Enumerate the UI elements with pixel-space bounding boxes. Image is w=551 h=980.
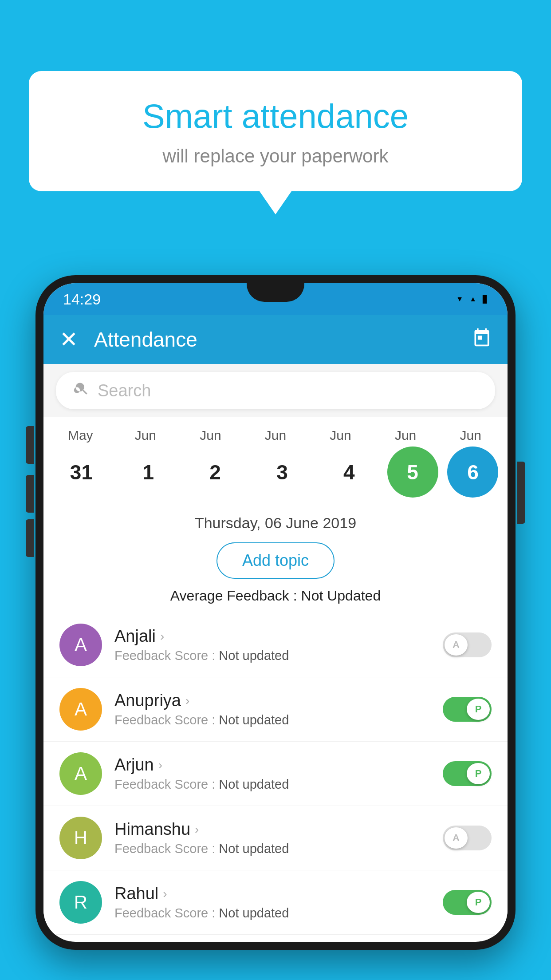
cal-month-1: Jun <box>117 428 174 443</box>
student-avatar: A <box>59 752 102 795</box>
attendance-toggle-wrap: A <box>443 826 492 850</box>
toggle-knob: A <box>445 827 468 849</box>
cal-day-4[interactable]: 4 <box>320 447 378 498</box>
feedback-value: Not updated <box>219 777 289 791</box>
feedback-value: Not updated <box>219 906 289 920</box>
avg-feedback-prefix: Average Feedback : <box>170 588 301 604</box>
student-avatar: A <box>59 688 102 731</box>
chevron-icon: › <box>163 887 167 901</box>
student-info: Anupriya ›Feedback Score : Not updated <box>114 691 430 727</box>
cal-month-5: Jun <box>377 428 434 443</box>
student-row: AAnjali ›Feedback Score : Not updatedA <box>43 613 508 677</box>
bubble-subtitle: will replace your paperwork <box>51 146 500 167</box>
cal-month-2: Jun <box>181 428 239 443</box>
calendar-months-row: May Jun Jun Jun Jun Jun Jun <box>43 428 508 443</box>
student-feedback: Feedback Score : Not updated <box>114 648 430 663</box>
cal-month-3: Jun <box>247 428 304 443</box>
phone-outer: 14:29 ▼ ▲ ▊ ✕ Attendance <box>35 275 516 950</box>
app-toolbar: ✕ Attendance <box>43 315 508 364</box>
student-info: Himanshu ›Feedback Score : Not updated <box>114 820 430 856</box>
chevron-icon: › <box>195 822 199 837</box>
attendance-toggle[interactable]: A <box>443 826 492 850</box>
student-feedback: Feedback Score : Not updated <box>114 842 430 856</box>
calendar-strip: May Jun Jun Jun Jun Jun Jun 31 1 2 3 4 5… <box>43 417 508 506</box>
signal-icon: ▲ <box>469 295 476 303</box>
phone-wrapper: 14:29 ▼ ▲ ▊ ✕ Attendance <box>35 275 516 980</box>
selected-date-label: Thursday, 06 June 2019 <box>43 506 508 539</box>
toggle-knob: P <box>467 763 490 784</box>
speech-bubble: Smart attendance will replace your paper… <box>29 71 522 191</box>
cal-month-0: May <box>51 428 109 443</box>
wifi-icon: ▼ <box>456 295 463 303</box>
bubble-title: Smart attendance <box>51 98 500 135</box>
attendance-toggle-wrap: P <box>443 890 492 915</box>
attendance-toggle[interactable]: P <box>443 761 492 786</box>
search-icon <box>74 381 90 401</box>
avg-feedback: Average Feedback : Not Updated <box>43 588 508 613</box>
student-row: AAnupriya ›Feedback Score : Not updatedP <box>43 677 508 742</box>
add-topic-button[interactable]: Add topic <box>216 542 335 579</box>
student-feedback: Feedback Score : Not updated <box>114 777 430 792</box>
status-time: 14:29 <box>63 291 101 308</box>
student-name[interactable]: Himanshu › <box>114 820 430 839</box>
cal-day-1[interactable]: 1 <box>119 447 177 498</box>
student-avatar: R <box>59 881 102 924</box>
cal-day-3[interactable]: 3 <box>253 447 311 498</box>
student-info: Arjun ›Feedback Score : Not updated <box>114 755 430 792</box>
cal-day-6[interactable]: 6 <box>447 447 498 498</box>
student-row: HHimanshu ›Feedback Score : Not updatedA <box>43 806 508 870</box>
toggle-knob: P <box>467 892 490 913</box>
student-avatar: A <box>59 624 102 666</box>
student-name[interactable]: Rahul › <box>114 884 430 903</box>
student-list: AAnjali ›Feedback Score : Not updatedAAA… <box>43 613 508 935</box>
student-name[interactable]: Arjun › <box>114 755 430 775</box>
student-feedback: Feedback Score : Not updated <box>114 713 430 727</box>
toggle-knob: P <box>467 699 490 720</box>
student-info: Rahul ›Feedback Score : Not updated <box>114 884 430 921</box>
search-container: Search <box>43 364 508 417</box>
speech-bubble-container: Smart attendance will replace your paper… <box>29 71 522 191</box>
attendance-toggle[interactable]: A <box>443 632 492 657</box>
add-topic-section: Add topic <box>43 539 508 588</box>
attendance-toggle[interactable]: P <box>443 697 492 722</box>
attendance-toggle-wrap: P <box>443 697 492 722</box>
cal-month-6: Jun <box>442 428 500 443</box>
feedback-value: Not updated <box>219 648 289 663</box>
attendance-toggle-wrap: A <box>443 632 492 657</box>
cal-day-0[interactable]: 31 <box>52 447 110 498</box>
cal-day-2[interactable]: 2 <box>186 447 244 498</box>
search-bar[interactable]: Search <box>56 372 495 409</box>
feedback-value: Not updated <box>219 713 289 727</box>
student-row: RRahul ›Feedback Score : Not updatedP <box>43 870 508 935</box>
student-feedback: Feedback Score : Not updated <box>114 906 430 921</box>
student-row: AArjun ›Feedback Score : Not updatedP <box>43 742 508 806</box>
phone-notch <box>247 283 304 302</box>
cal-month-4: Jun <box>312 428 370 443</box>
student-avatar: H <box>59 817 102 859</box>
search-input[interactable]: Search <box>98 381 151 400</box>
chevron-icon: › <box>158 758 162 772</box>
student-name[interactable]: Anupriya › <box>114 691 430 710</box>
close-button[interactable]: ✕ <box>59 328 78 351</box>
avg-feedback-value: Not Updated <box>301 588 381 604</box>
student-name[interactable]: Anjali › <box>114 627 430 646</box>
toggle-knob: A <box>445 634 468 656</box>
chevron-icon: › <box>185 694 189 708</box>
cal-day-5[interactable]: 5 <box>387 447 438 498</box>
status-icons: ▼ ▲ ▊ <box>456 295 488 304</box>
calendar-icon[interactable] <box>472 328 492 352</box>
phone-screen: 14:29 ▼ ▲ ▊ ✕ Attendance <box>43 283 508 942</box>
student-info: Anjali ›Feedback Score : Not updated <box>114 627 430 663</box>
calendar-dates-row: 31 1 2 3 4 5 6 <box>43 447 508 498</box>
chevron-icon: › <box>160 629 164 644</box>
attendance-toggle-wrap: P <box>443 761 492 786</box>
attendance-toggle[interactable]: P <box>443 890 492 915</box>
battery-icon: ▊ <box>483 295 488 304</box>
toolbar-title: Attendance <box>94 328 472 352</box>
feedback-value: Not updated <box>219 842 289 856</box>
